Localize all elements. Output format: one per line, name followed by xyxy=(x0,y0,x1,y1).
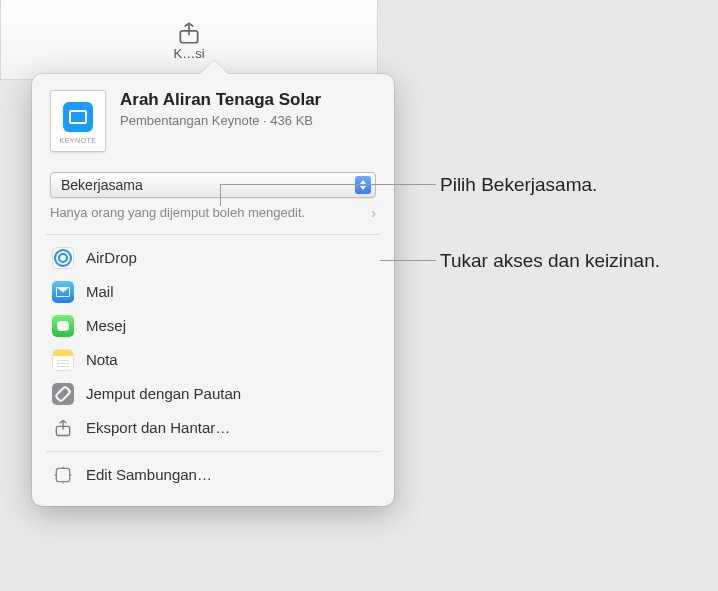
share-option-messages[interactable]: Mesej xyxy=(32,309,394,343)
document-title: Arah Aliran Tenaga Solar xyxy=(120,90,376,110)
callout-access: Tukar akses dan keizinan. xyxy=(440,248,660,274)
share-option-export-send[interactable]: Eksport dan Hantar… xyxy=(32,411,394,445)
edit-extensions-item[interactable]: Edit Sambungan… xyxy=(32,458,394,492)
share-popover: KEYNOTE Arah Aliran Tenaga Solar Pembent… xyxy=(32,74,394,506)
footer-list: Edit Sambungan… xyxy=(32,452,394,498)
toolbar-background: K…si xyxy=(0,0,378,80)
callout-collaborate: Pilih Bekerjasama. xyxy=(440,172,597,198)
notes-icon xyxy=(52,349,74,371)
edit-extensions-label: Edit Sambungan… xyxy=(86,466,212,483)
document-subtitle: Pembentangan Keynote · 436 KB xyxy=(120,112,376,130)
callout-leader-line xyxy=(380,260,436,261)
share-mode-value: Bekerjasama xyxy=(61,177,143,193)
export-icon xyxy=(52,417,74,439)
share-option-label: Eksport dan Hantar… xyxy=(86,419,230,436)
svg-rect-2 xyxy=(56,468,69,481)
link-icon xyxy=(52,383,74,405)
extensions-icon xyxy=(52,464,74,486)
keynote-file-icon: KEYNOTE xyxy=(50,90,106,152)
share-option-label: Mesej xyxy=(86,317,126,334)
permission-text: Hanya orang yang dijemput boleh mengedit… xyxy=(50,204,319,222)
chevron-right-icon: › xyxy=(371,205,376,221)
document-meta: Arah Aliran Tenaga Solar Pembentangan Ke… xyxy=(120,90,376,130)
share-toolbar-button[interactable]: K…si xyxy=(173,20,204,61)
share-options-list: AirDrop Mail Mesej Nota Jemput dengan Pa… xyxy=(32,235,394,451)
share-option-label: Mail xyxy=(86,283,114,300)
share-option-label: Nota xyxy=(86,351,118,368)
share-mode-dropdown[interactable]: Bekerjasama xyxy=(50,172,376,198)
dropdown-stepper-icon xyxy=(355,176,371,194)
share-option-mail[interactable]: Mail xyxy=(32,275,394,309)
document-header: KEYNOTE Arah Aliran Tenaga Solar Pembent… xyxy=(32,74,394,162)
share-option-invite-link[interactable]: Jemput dengan Pautan xyxy=(32,377,394,411)
share-option-label: Jemput dengan Pautan xyxy=(86,385,241,402)
share-icon xyxy=(176,20,202,46)
permission-settings-row[interactable]: Hanya orang yang dijemput boleh mengedit… xyxy=(50,204,376,222)
callout-leader-line xyxy=(220,184,436,185)
share-option-airdrop[interactable]: AirDrop xyxy=(32,241,394,275)
share-option-label: AirDrop xyxy=(86,249,137,266)
share-toolbar-label: K…si xyxy=(173,46,204,61)
mail-icon xyxy=(52,281,74,303)
messages-icon xyxy=(52,315,74,337)
share-option-notes[interactable]: Nota xyxy=(32,343,394,377)
airdrop-icon xyxy=(52,247,74,269)
